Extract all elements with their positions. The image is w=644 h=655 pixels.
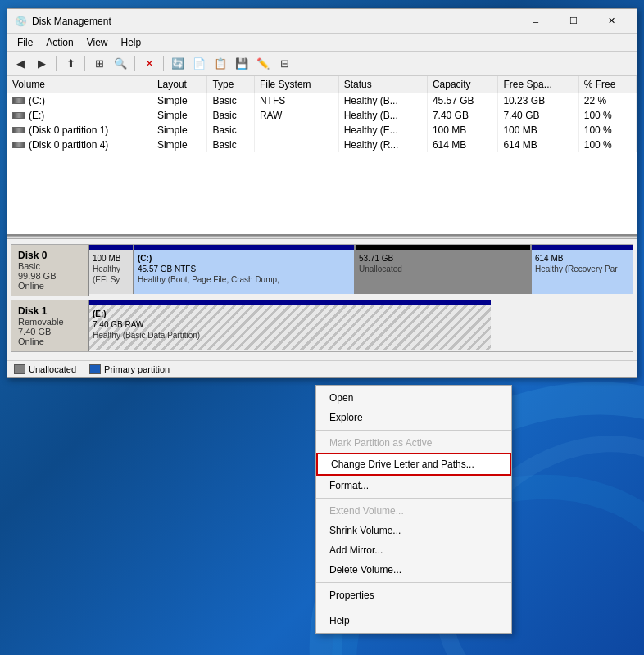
ctx-sep-1 [316,430,511,431]
menu-bar: File Action View Help [7,34,637,52]
col-status[interactable]: Status [338,76,427,93]
disk-line-icon [12,112,25,119]
toolbar-separator-2 [84,56,85,71]
extra-button[interactable]: ⊟ [274,55,294,73]
up-button[interactable]: ⬆ [61,55,80,73]
ctx-shrink[interactable]: Shrink Volume... [316,521,511,540]
disk-0-recovery-partition[interactable]: 614 MB Healthy (Recovery Par [532,245,633,294]
ctx-sep-3 [316,582,511,583]
minimize-button[interactable]: – [517,9,555,34]
toolbar-separator-4 [163,56,164,71]
disk-0-status: Online [18,281,81,291]
refresh-button[interactable]: 🔄 [168,55,188,73]
properties-button[interactable]: ⊞ [89,55,109,73]
window-title: Disk Management [32,16,517,27]
forward-button[interactable]: ▶ [32,55,52,73]
toolbar-separator-3 [134,56,135,71]
disk-1-e-partition[interactable]: (E:) 7.40 GB RAW Healthy (Basic Data Par… [89,300,491,350]
title-bar: 💿 Disk Management – ☐ ✕ [7,9,637,34]
ctx-sep-4 [316,608,511,608]
window-icon: 💿 [14,15,27,28]
disk-0-efi-partition[interactable]: 100 MB Healthy (EFI Sy [89,245,134,294]
legend-primary-label: Primary partition [104,364,170,374]
disk-line-icon [12,127,25,133]
legend-primary: Primary partition [89,364,170,374]
disk-management-window: 💿 Disk Management – ☐ ✕ File Action View… [7,8,637,378]
ctx-sep-2 [316,498,511,499]
legend-unallocated-box [14,364,25,374]
toolbar-separator-1 [56,56,57,71]
col-type[interactable]: Type [207,76,255,93]
ctx-properties[interactable]: Properties [316,585,511,605]
col-layout[interactable]: Layout [152,76,206,93]
ctx-open[interactable]: Open [316,388,511,408]
disk-0-row: Disk 0 Basic 99.98 GB Online 100 MB Heal… [11,244,633,296]
disk-1-label: Disk 1 Removable 7.40 GB Online [11,300,89,351]
disk-0-c-partition[interactable]: (C:) 45.57 GB NTFS Healthy (Boot, Page F… [134,245,356,294]
disk-1-size: 7.40 GB [18,327,81,337]
col-pct[interactable]: % Free [578,76,636,93]
menu-action[interactable]: Action [39,35,79,50]
col-volume[interactable]: Volume [7,76,152,93]
context-menu: Open Explore Mark Partition as Active Ch… [315,385,512,634]
table-row[interactable]: (Disk 0 partition 4)SimpleBasicHealthy (… [7,138,637,152]
maximize-button[interactable]: ☐ [555,9,592,34]
ctx-mark-active: Mark Partition as Active [316,433,511,453]
menu-help[interactable]: Help [115,35,148,50]
legend-unallocated: Unallocated [14,364,76,374]
table-header-row: Volume Layout Type File System Status Ca… [7,76,637,93]
back-button[interactable]: ◀ [11,55,30,73]
disk-line-icon [12,142,25,148]
disk-area: Disk 0 Basic 99.98 GB Online 100 MB Heal… [7,239,637,360]
legend-primary-box [89,364,101,374]
ctx-extend: Extend Volume... [316,501,511,521]
volume-table-container: Volume Layout Type File System Status Ca… [7,76,637,236]
table-row[interactable]: (E:)SimpleBasicRAWHealthy (B...7.40 GB7.… [7,108,637,123]
disk-1-type: Removable [18,317,81,327]
disk-legend: Unallocated Primary partition [7,360,637,377]
col-free[interactable]: Free Spa... [498,76,578,93]
col-filesystem[interactable]: File System [254,76,338,93]
table-row[interactable]: (Disk 0 partition 1)SimpleBasicHealthy (… [7,123,637,138]
ctx-format[interactable]: Format... [316,476,511,495]
ctx-help[interactable]: Help [316,611,511,630]
delete-button[interactable]: ✕ [139,55,159,73]
ctx-add-mirror[interactable]: Add Mirror... [316,540,511,560]
search-button[interactable]: 🔍 [111,55,130,73]
disk-line-icon [12,97,25,104]
new-button[interactable]: 📄 [189,55,209,73]
disk-0-name: Disk 0 [18,250,81,261]
disk-0-label: Disk 0 Basic 99.98 GB Online [11,245,89,296]
disk-1-name: Disk 1 [18,305,81,317]
edit-button[interactable]: ✏️ [253,55,273,73]
disk-1-status: Online [18,337,81,346]
disk-0-size: 99.98 GB [18,271,81,281]
disk-1-partitions: (E:) 7.40 GB RAW Healthy (Basic Data Par… [89,300,633,350]
disk-0-type: Basic [18,261,81,271]
disk-0-partitions: 100 MB Healthy (EFI Sy (C:) 45.57 GB NTF… [89,245,633,294]
ctx-explore[interactable]: Explore [316,408,511,427]
table-row[interactable]: (C:)SimpleBasicNTFSHealthy (B...45.57 GB… [7,93,637,109]
menu-view[interactable]: View [80,35,115,50]
toolbar: ◀ ▶ ⬆ ⊞ 🔍 ✕ 🔄 📄 📋 💾 ✏️ ⊟ [7,52,637,76]
save-button[interactable]: 💾 [232,55,252,73]
legend-unallocated-label: Unallocated [29,364,76,374]
ctx-delete[interactable]: Delete Volume... [316,560,511,580]
ctx-change-drive-letter[interactable]: Change Drive Letter and Paths... [316,453,511,476]
volume-table: Volume Layout Type File System Status Ca… [7,76,637,152]
menu-file[interactable]: File [11,35,39,50]
copy-button[interactable]: 📋 [211,55,230,73]
close-button[interactable]: ✕ [592,9,630,34]
disk-0-unallocated[interactable]: 53.71 GB Unallocated [356,245,532,294]
disk-1-row: Disk 1 Removable 7.40 GB Online (E:) 7.4… [11,300,633,352]
col-capacity[interactable]: Capacity [427,76,498,93]
